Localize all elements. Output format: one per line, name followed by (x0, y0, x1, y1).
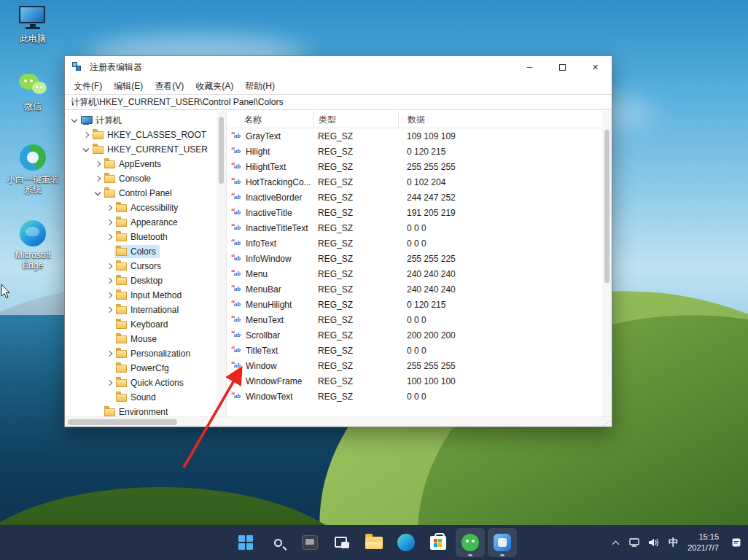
value-row-titletext[interactable]: TitleTextREG_SZ0 0 0 (227, 343, 602, 358)
value-row-inactivetitle[interactable]: InactiveTitleREG_SZ191 205 219 (227, 205, 602, 220)
menu-favorites[interactable]: 收藏夹(A) (190, 79, 239, 94)
minimize-button[interactable]: ─ (513, 56, 546, 78)
value-row-hottrackingco[interactable]: HotTrackingCo...REG_SZ0 102 204 (227, 174, 602, 190)
tree-item-input-method[interactable]: Input Method (65, 288, 217, 303)
value-row-windowframe[interactable]: WindowFrameREG_SZ100 100 100 (227, 373, 602, 389)
menu-view[interactable]: 查看(V) (149, 79, 190, 94)
column-header-type[interactable]: 类型 (313, 111, 398, 128)
address-bar[interactable]: 计算机\HKEY_CURRENT_USER\Control Panel\Colo… (65, 94, 612, 110)
desktop-icon-wechat[interactable]: 微信 (4, 73, 61, 112)
tree-item-label: Mouse (130, 334, 157, 344)
value-row-scrollbar[interactable]: ScrollbarREG_SZ200 200 200 (227, 327, 602, 343)
chevron-down-icon[interactable] (81, 144, 91, 155)
resize-grip[interactable]: ⋰ (602, 419, 611, 427)
chevron-right-icon[interactable] (93, 174, 103, 184)
column-header-data[interactable]: 数据 (398, 111, 602, 128)
tree-item-environment[interactable]: Environment (65, 405, 217, 416)
tree-spacer (104, 334, 114, 344)
wechat-taskbar-button[interactable] (456, 528, 485, 557)
tree-item-personalization[interactable]: Personalization (65, 346, 217, 361)
file-explorer-button[interactable] (359, 528, 389, 557)
tree-item-accessibility[interactable]: Accessibility (65, 201, 217, 215)
chevron-right-icon[interactable] (104, 305, 114, 315)
value-row-infotext[interactable]: InfoTextREG_SZ0 0 0 (227, 236, 602, 251)
volume-tray-button[interactable] (647, 532, 660, 553)
value-row-windowtext[interactable]: WindowTextREG_SZ0 0 0 (227, 389, 602, 404)
menu-edit[interactable]: 编辑(E) (108, 79, 149, 94)
value-row-menu[interactable]: MenuREG_SZ240 240 240 (227, 266, 602, 281)
chevron-right-icon[interactable] (81, 130, 91, 140)
maximize-button[interactable] (546, 56, 579, 78)
folder-icon (116, 204, 127, 212)
clock[interactable]: 15:15 2021/7/7 (687, 532, 719, 553)
ime-indicator[interactable]: 中 (667, 532, 679, 553)
tree-item-appearance[interactable]: Appearance (65, 215, 217, 230)
column-header-name[interactable]: 名称 (227, 111, 313, 128)
value-row-menubar[interactable]: MenuBarREG_SZ240 240 240 (227, 281, 602, 297)
tree-item-powercfg[interactable]: PowerCfg (65, 361, 217, 376)
chevron-right-icon[interactable] (104, 217, 114, 228)
value-name-cell: TitleText (227, 346, 313, 356)
title-bar[interactable]: 注册表编辑器 ─ ✕ (65, 56, 612, 78)
blue-app-taskbar-button[interactable] (488, 528, 517, 557)
desktop-icon-this-pc[interactable]: 此电脑 (4, 6, 61, 44)
notification-center-button[interactable] (731, 532, 742, 553)
tree-item-quick-actions[interactable]: Quick Actions (65, 376, 217, 390)
chevron-right-icon[interactable] (104, 378, 114, 388)
chevron-down-icon[interactable] (69, 115, 79, 125)
tree-item-sound[interactable]: Sound (65, 390, 217, 405)
edge-button[interactable] (391, 528, 421, 557)
chevron-right-icon[interactable] (104, 276, 114, 286)
tree-item-international[interactable]: International (65, 303, 217, 317)
value-row-graytext[interactable]: GrayTextREG_SZ109 109 109 (227, 128, 602, 144)
tree-item-cursors[interactable]: Cursors (65, 259, 217, 273)
value-row-hilighttext[interactable]: HilightTextREG_SZ255 255 255 (227, 159, 602, 174)
tree-item-control-panel[interactable]: Control Panel (65, 186, 217, 201)
value-row-inactivetitletext[interactable]: InactiveTitleTextREG_SZ0 0 0 (227, 220, 602, 236)
tree-item-hkey-current-user[interactable]: HKEY_CURRENT_USER (65, 142, 217, 157)
tree-item-appevents[interactable]: AppEvents (65, 157, 217, 171)
chevron-right-icon[interactable] (104, 349, 114, 359)
network-tray-button[interactable] (628, 532, 640, 553)
microsoft-store-button[interactable] (424, 528, 453, 557)
scrollbar-thumb[interactable] (219, 117, 224, 184)
value-type: REG_SZ (313, 162, 398, 172)
value-row-menutext[interactable]: MenuTextREG_SZ0 0 0 (227, 312, 602, 327)
value-row-window[interactable]: WindowREG_SZ255 255 255 (227, 358, 602, 373)
tree-item-console[interactable]: Console (65, 171, 217, 186)
tree-item-bluetooth[interactable]: Bluetooth (65, 230, 217, 244)
chevron-right-icon[interactable] (104, 261, 114, 271)
list-vertical-scrollbar[interactable] (602, 111, 612, 416)
chevron-right-icon[interactable] (93, 159, 103, 169)
tree-item-keyboard[interactable]: Keyboard (65, 317, 217, 332)
scrollbar-thumb[interactable] (68, 419, 177, 425)
tree-item-colors[interactable]: Colors (65, 244, 217, 259)
value-row-hilight[interactable]: HilightREG_SZ0 120 215 (227, 144, 602, 159)
desktop-icon-reinstall-tool[interactable]: 小白一键重装系统 (4, 144, 61, 195)
chevron-right-icon[interactable] (104, 232, 114, 242)
maximize-icon (559, 64, 566, 71)
search-button[interactable] (263, 528, 292, 557)
task-view-button[interactable] (327, 528, 357, 557)
tree-item-mouse[interactable]: Mouse (65, 332, 217, 346)
value-row-infowindow[interactable]: InfoWindowREG_SZ255 255 225 (227, 251, 602, 266)
chevron-right-icon[interactable] (104, 290, 114, 300)
tree-item-label: Cursors (130, 261, 161, 271)
dark-app-button[interactable] (295, 528, 324, 557)
desktop-icon-edge[interactable]: Microsoft Edge (4, 220, 61, 271)
chevron-down-icon[interactable] (93, 188, 103, 198)
start-button[interactable] (231, 528, 260, 557)
tree-vertical-scrollbar[interactable] (217, 111, 226, 416)
value-row-inactiveborder[interactable]: InactiveBorderREG_SZ244 247 252 (227, 190, 602, 205)
chevron-right-icon[interactable] (104, 203, 114, 213)
scrollbar-thumb[interactable] (604, 130, 609, 283)
menu-help[interactable]: 帮助(H) (239, 79, 281, 94)
horizontal-scrollbar[interactable]: ⋰ (65, 416, 612, 427)
tray-overflow-button[interactable] (609, 532, 621, 553)
menu-file[interactable]: 文件(F) (68, 79, 108, 94)
tree-item-hkey-classes-root[interactable]: HKEY_CLASSES_ROOT (65, 128, 217, 142)
value-row-menuhilight[interactable]: MenuHilightREG_SZ0 120 215 (227, 297, 602, 312)
close-button[interactable]: ✕ (579, 56, 612, 78)
tree-item-desktop[interactable]: Desktop (65, 273, 217, 288)
tree-item-computer[interactable]: 计算机 (65, 113, 217, 128)
